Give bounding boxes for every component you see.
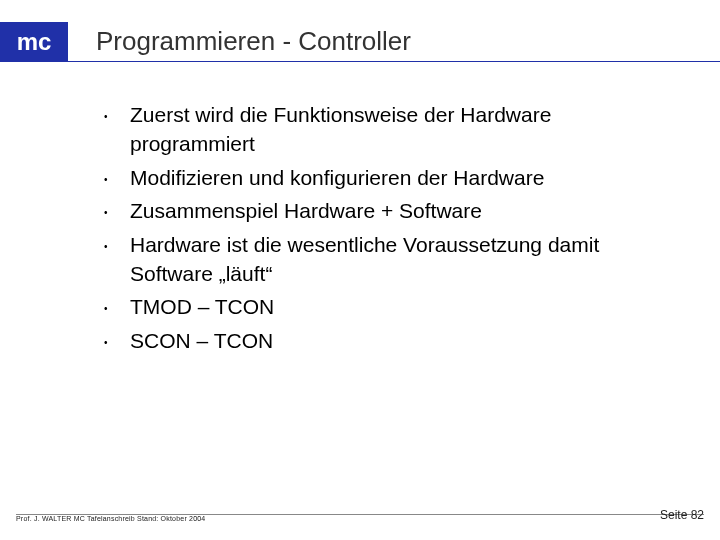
footer-left-text: Prof. J. WALTER MC Tafelanschreib Stand:… xyxy=(16,515,205,522)
list-item: Hardware ist die wesentliche Voraussetzu… xyxy=(100,230,680,289)
list-item: Zusammenspiel Hardware + Software xyxy=(100,196,680,225)
slide: mc Programmieren - Controller Zuerst wir… xyxy=(0,0,720,540)
bullet-list: Zuerst wird die Funktionsweise der Hardw… xyxy=(100,100,680,355)
list-item: TMOD – TCON xyxy=(100,292,680,321)
slide-body: Zuerst wird die Funktionsweise der Hardw… xyxy=(100,100,680,359)
list-item: SCON – TCON xyxy=(100,326,680,355)
list-item: Modifizieren und konfigurieren der Hardw… xyxy=(100,163,680,192)
title-underline xyxy=(68,61,720,62)
list-item: Zuerst wird die Funktionsweise der Hardw… xyxy=(100,100,680,159)
slide-title: Programmieren - Controller xyxy=(96,26,411,57)
page-number: Seite 82 xyxy=(660,508,704,522)
slide-header: mc Programmieren - Controller xyxy=(0,22,720,62)
logo-badge: mc xyxy=(0,22,68,62)
